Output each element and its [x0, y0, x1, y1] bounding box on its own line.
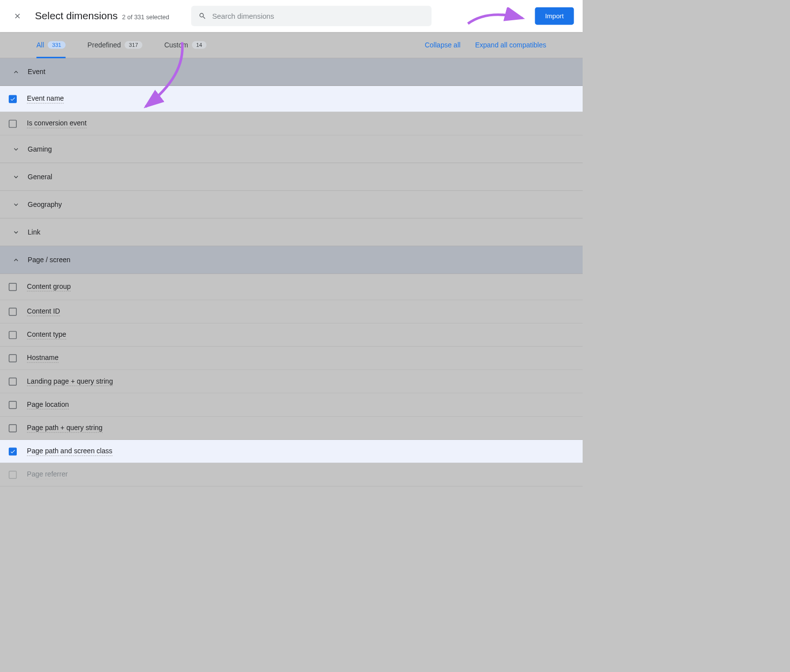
- chevron-down-icon: [9, 228, 24, 236]
- checkbox[interactable]: [9, 354, 17, 362]
- list-item[interactable]: Content type: [0, 323, 583, 347]
- group-header[interactable]: Event: [0, 58, 583, 86]
- checkbox[interactable]: [9, 424, 17, 432]
- checkbox[interactable]: [9, 95, 17, 103]
- tab-badge: 14: [192, 41, 206, 48]
- item-label: Event name: [27, 94, 64, 103]
- close-button[interactable]: [9, 7, 26, 25]
- dimension-list: EventEvent nameIs conversion eventGaming…: [0, 58, 583, 486]
- chevron-down-icon: [9, 173, 24, 181]
- tabs-bar: All 331 Predefined 317 Custom 14 Collaps…: [0, 32, 583, 58]
- search-icon: [198, 12, 206, 20]
- tab-predefined[interactable]: Predefined 317: [87, 32, 142, 58]
- item-label: Landing page + query string: [27, 377, 113, 386]
- checkbox[interactable]: [9, 401, 17, 409]
- item-label: Content type: [27, 330, 66, 339]
- item-label: Content group: [27, 282, 71, 291]
- item-label: Hostname: [27, 354, 59, 362]
- tab-badge: 317: [124, 41, 142, 48]
- close-icon: [13, 12, 21, 20]
- collapse-all-button[interactable]: Collapse all: [425, 41, 460, 49]
- list-item[interactable]: Content ID: [0, 300, 583, 323]
- dialog-title: Select dimensions: [35, 10, 118, 22]
- group-label: Geography: [28, 200, 62, 208]
- chevron-up-icon: [9, 256, 24, 264]
- group-label: Gaming: [28, 145, 52, 153]
- item-label: Is conversion event: [27, 119, 87, 128]
- group-header[interactable]: Link: [0, 219, 583, 246]
- tab-all[interactable]: All 331: [37, 32, 66, 58]
- tab-label: Predefined: [87, 41, 121, 49]
- list-item[interactable]: Is conversion event: [0, 112, 583, 135]
- tab-label: All: [37, 41, 44, 49]
- search-input[interactable]: [212, 12, 424, 20]
- group-header[interactable]: Geography: [0, 191, 583, 218]
- list-item[interactable]: Page path + query string: [0, 417, 583, 440]
- item-label: Content ID: [27, 307, 60, 316]
- list-item[interactable]: Content group: [0, 274, 583, 300]
- group-label: Page / screen: [28, 256, 70, 264]
- tab-badge: 331: [48, 41, 66, 48]
- tab-custom[interactable]: Custom 14: [164, 32, 207, 58]
- dialog-header: Select dimensions 2 of 331 selected Impo…: [0, 0, 583, 32]
- group-header[interactable]: Gaming: [0, 135, 583, 163]
- item-label: Page path and screen class: [27, 447, 113, 456]
- tab-label: Custom: [164, 41, 188, 49]
- list-item[interactable]: Page path and screen class: [0, 440, 583, 463]
- checkbox[interactable]: [9, 331, 17, 339]
- item-label: Page location: [27, 400, 69, 409]
- list-item[interactable]: Hostname: [0, 347, 583, 370]
- chevron-down-icon: [9, 145, 24, 153]
- search-box[interactable]: [191, 6, 432, 26]
- chevron-up-icon: [9, 68, 24, 76]
- chevron-down-icon: [9, 200, 24, 208]
- checkbox[interactable]: [9, 308, 17, 316]
- item-label: Page referrer: [27, 470, 68, 479]
- group-header[interactable]: Page / screen: [0, 246, 583, 274]
- list-item[interactable]: Landing page + query string: [0, 370, 583, 393]
- checkbox[interactable]: [9, 447, 17, 455]
- expand-all-button[interactable]: Expand all compatibles: [475, 41, 546, 49]
- checkbox[interactable]: [9, 377, 17, 385]
- group-label: General: [28, 173, 52, 181]
- group-label: Event: [28, 68, 45, 76]
- item-label: Page path + query string: [27, 424, 103, 433]
- checkbox[interactable]: [9, 283, 17, 291]
- selection-count: 2 of 331 selected: [122, 14, 169, 21]
- checkbox: [9, 471, 17, 478]
- import-button[interactable]: Import: [535, 7, 574, 25]
- checkbox[interactable]: [9, 119, 17, 127]
- group-header[interactable]: General: [0, 163, 583, 191]
- group-label: Link: [28, 228, 40, 236]
- list-item[interactable]: Page location: [0, 394, 583, 417]
- list-item: Page referrer: [0, 463, 583, 486]
- list-item[interactable]: Event name: [0, 86, 583, 112]
